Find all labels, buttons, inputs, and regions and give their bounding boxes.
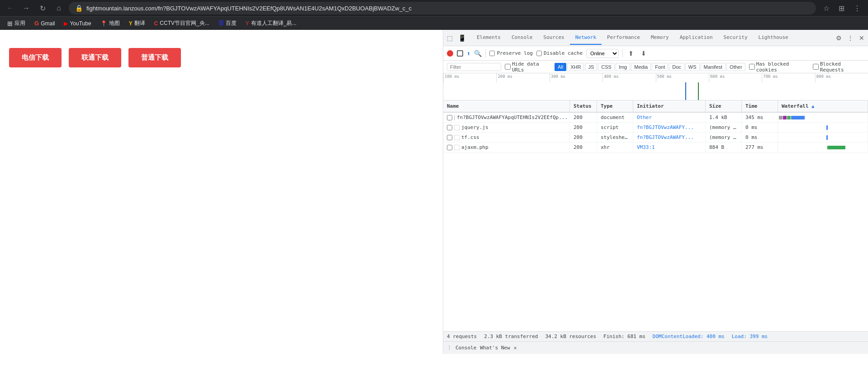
table-row[interactable]: fn?BGJTOVwzAWAFYApqUTEHNIs2V2EEfQp... 20… — [443, 113, 868, 123]
row-type-1: script — [597, 123, 633, 132]
row-checkbox-0[interactable] — [447, 115, 452, 120]
column-waterfall[interactable]: Waterfall ▲ — [778, 100, 868, 112]
forward-button[interactable]: → — [20, 2, 33, 14]
has-blocked-cookies-checkbox[interactable] — [749, 64, 755, 70]
dom-content-loaded-link[interactable]: DOMContentLoaded: 400 ms — [653, 334, 725, 339]
column-time[interactable]: Time — [742, 100, 778, 112]
devtools-close-button[interactable]: ✕ — [857, 33, 866, 43]
filter-icon[interactable]: ⬆ — [467, 50, 470, 57]
bookmark-translate[interactable]: Y 翻译 — [125, 19, 149, 28]
tab-memory[interactable]: Memory — [645, 31, 674, 45]
blocked-requests-label[interactable]: Blocked Requests — [813, 61, 864, 73]
throttle-select[interactable]: Online Fast 3G Slow 3G Offline — [586, 49, 619, 58]
filter-media[interactable]: Media — [631, 63, 651, 71]
row-initiator-1[interactable]: fn?BGJTOVwzAWAFY... — [633, 123, 706, 132]
reload-button[interactable]: ↻ — [36, 2, 49, 14]
blocked-requests-checkbox[interactable] — [813, 64, 819, 70]
bookmark-youdao[interactable]: Y 有道人工翻译_易... — [242, 19, 300, 28]
back-button[interactable]: ← — [4, 2, 16, 14]
bookmark-gmail[interactable]: G Gmail — [31, 19, 58, 28]
filter-manifest[interactable]: Manifest — [701, 63, 726, 71]
extensions-button[interactable]: ⊞ — [835, 2, 848, 14]
search-icon[interactable]: 🔍 — [474, 50, 482, 57]
record-button[interactable] — [447, 50, 453, 57]
address-bar[interactable]: 🔒 — [69, 2, 816, 14]
devtools-icons: ⬚ 📱 — [445, 33, 468, 43]
transferred-size: 2.3 kB transferred — [484, 334, 538, 339]
table-row[interactable]: tf.css 200 stylesheet fn?BGJTOVwzAWAFY..… — [443, 133, 868, 143]
table-row[interactable]: jquery.js 200 script fn?BGJTOVwzAWAFY...… — [443, 123, 868, 133]
bookmark-baidu[interactable]: 百 百度 — [215, 19, 240, 28]
device-toolbar-button[interactable]: 📱 — [456, 33, 468, 43]
hide-data-urls-checkbox[interactable] — [505, 64, 511, 70]
has-blocked-cookies-label[interactable]: Has blocked cookies — [749, 61, 809, 73]
import-button[interactable]: ⬆ — [626, 48, 636, 59]
tab-network[interactable]: Network — [570, 31, 602, 45]
bookmark-button[interactable]: ☆ — [820, 2, 833, 14]
tab-security[interactable]: Security — [718, 31, 753, 45]
column-initiator[interactable]: Initiator — [633, 100, 706, 112]
tab-performance[interactable]: Performance — [602, 31, 645, 45]
row-initiator-2[interactable]: fn?BGJTOVwzAWAFY... — [633, 133, 706, 142]
row-checkbox-1[interactable] — [447, 125, 452, 130]
url-input[interactable] — [86, 5, 810, 12]
row-checkbox-3[interactable] — [447, 145, 452, 150]
filter-js[interactable]: JS — [585, 63, 597, 71]
column-status[interactable]: Status — [570, 100, 597, 112]
disable-cache-checkbox[interactable] — [536, 51, 542, 56]
filter-font[interactable]: Font — [652, 63, 668, 71]
row-name-1: jquery.js — [443, 123, 570, 132]
column-name[interactable]: Name — [443, 100, 570, 112]
filter-ws[interactable]: WS — [685, 63, 700, 71]
preserve-log-label[interactable]: Preserve log — [489, 50, 532, 56]
tick-700ms: 700 ms — [762, 73, 815, 82]
filter-xhr[interactable]: XHR — [567, 63, 584, 71]
export-button[interactable]: ⬇ — [639, 48, 648, 59]
load-event-line — [698, 82, 699, 100]
load-link[interactable]: Load: 399 ms — [732, 334, 768, 339]
home-button[interactable]: ⌂ — [52, 2, 65, 14]
menu-button[interactable]: ⋮ — [850, 2, 864, 14]
bookmark-apps[interactable]: ⊞ 应用 — [4, 19, 29, 28]
timeline[interactable]: 100 ms 200 ms 300 ms 400 ms 500 ms 600 m… — [443, 73, 868, 100]
bookmark-maps[interactable]: 📍 地图 — [97, 19, 123, 28]
console-close-button[interactable]: × — [514, 345, 517, 351]
tab-sources[interactable]: Sources — [538, 31, 569, 45]
tab-lighthouse[interactable]: Lighthouse — [753, 31, 794, 45]
column-size[interactable]: Size — [706, 100, 742, 112]
filter-doc[interactable]: Doc — [669, 63, 684, 71]
filter-input[interactable] — [447, 63, 501, 71]
console-bar-item-0[interactable]: ⋮ — [447, 345, 452, 351]
filter-other[interactable]: Other — [726, 63, 745, 71]
tab-elements[interactable]: Elements — [471, 31, 506, 45]
whats-new-tab-label[interactable]: What's New — [480, 345, 510, 351]
tab-console[interactable]: Console — [506, 31, 538, 45]
inspect-element-button[interactable]: ⬚ — [445, 33, 455, 43]
tab-application[interactable]: Application — [674, 31, 718, 45]
clear-button[interactable] — [457, 50, 463, 57]
disable-cache-label[interactable]: Disable cache — [536, 50, 583, 56]
filter-css[interactable]: CSS — [598, 63, 615, 71]
row-waterfall-3 — [778, 143, 868, 152]
row-type-3: xhr — [597, 143, 633, 152]
telecom-download-button[interactable]: 电信下载 — [9, 48, 62, 67]
row-initiator-3[interactable]: VM33:1 — [633, 143, 706, 152]
bookmark-youtube[interactable]: ▶ YouTube — [60, 19, 95, 28]
download-buttons: 电信下载 联通下载 普通下载 — [9, 39, 434, 76]
console-tab-label[interactable]: Console — [455, 345, 476, 351]
filter-all[interactable]: All — [555, 63, 566, 71]
network-table[interactable]: Name Status Type Initiator Size Time — [443, 100, 868, 331]
table-row[interactable]: ajaxm.php 200 xhr VM33:1 884 B 277 ms — [443, 143, 868, 153]
row-waterfall-2 — [778, 133, 868, 142]
normal-download-button[interactable]: 普通下载 — [128, 48, 181, 67]
row-checkbox-2[interactable] — [447, 135, 452, 140]
column-type[interactable]: Type — [597, 100, 633, 112]
devtools-more-button[interactable]: ⋮ — [845, 33, 855, 43]
devtools-settings-button[interactable]: ⚙ — [834, 33, 844, 43]
hide-data-urls-label[interactable]: Hide data URLs — [505, 61, 551, 73]
bookmark-cctv[interactable]: C CCTV节目官网_央... — [151, 19, 213, 28]
preserve-log-checkbox[interactable] — [489, 51, 495, 56]
tick-300ms: 300 ms — [550, 73, 602, 82]
unicom-download-button[interactable]: 联通下载 — [69, 48, 121, 67]
filter-img[interactable]: Img — [616, 63, 630, 71]
